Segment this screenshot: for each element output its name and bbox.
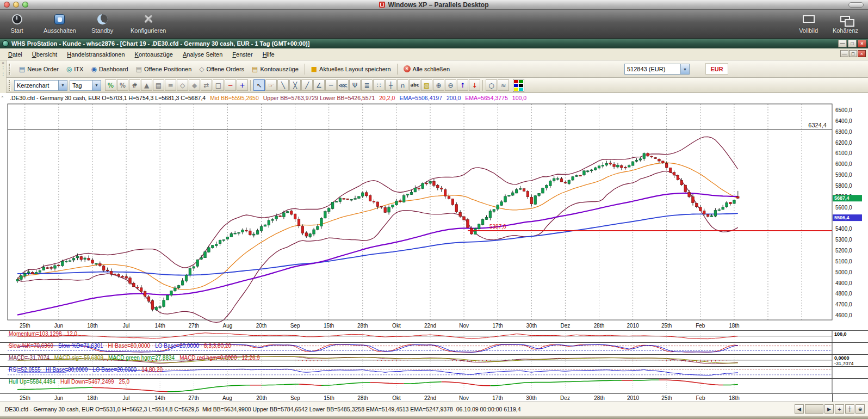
layout-speichern-button[interactable]: ■Aktuelles Layout speichern xyxy=(307,64,395,74)
palette-color-swatch[interactable] xyxy=(519,84,523,87)
account-select[interactable]: 512843 (EUR) ▼ xyxy=(624,64,690,75)
neue-order-button[interactable]: ▤Neue Order xyxy=(15,64,63,74)
period-select[interactable]: Tag ▼ xyxy=(70,80,101,91)
y-axis-label: 6000,0 xyxy=(835,161,852,167)
start-button[interactable]: Start xyxy=(9,12,25,34)
palette-color-swatch[interactable] xyxy=(514,80,518,83)
snapshot-icon[interactable]: ▲ xyxy=(141,79,152,91)
palette-color-swatch[interactable] xyxy=(514,88,518,91)
chevron-down-icon[interactable]: ▼ xyxy=(680,64,689,74)
kohaerenz-button[interactable]: Kohärenz xyxy=(833,12,858,34)
pointer-icon[interactable]: ↖ xyxy=(253,79,265,91)
pitchfork-icon[interactable]: Ψ xyxy=(349,79,361,91)
ausschalten-button[interactable]: Ausschalten xyxy=(44,12,76,34)
scroll-thumb[interactable] xyxy=(805,404,823,414)
menu-handelstransaktionen[interactable]: Handelstransaktionen xyxy=(62,50,129,59)
restore-button[interactable]: □ xyxy=(848,40,857,47)
menu-hilfe[interactable]: Hilfe xyxy=(258,50,280,59)
offene-orders-button[interactable]: ◇Offene Orders xyxy=(195,64,248,74)
chart-pane-close-icon[interactable]: × xyxy=(1,94,4,99)
app-icon xyxy=(2,40,9,47)
toolbar-grip[interactable] xyxy=(9,64,11,75)
mdi-minimize-button[interactable]: — xyxy=(840,50,848,57)
momentum-plot[interactable] xyxy=(0,331,868,342)
stoch-legend-segment: 8,3,3,80,20 xyxy=(204,343,231,349)
rsi-legend-segment: HI Base=80,0000 xyxy=(46,367,88,373)
chart-type-select[interactable]: Kerzenchart ▼ xyxy=(14,80,67,91)
itx-button[interactable]: ◎ITX xyxy=(63,64,88,74)
hull-legend-segment: 25,0 xyxy=(119,379,129,385)
palette-color-swatch[interactable] xyxy=(519,80,523,83)
ellipse-icon[interactable]: ○ xyxy=(486,79,497,91)
palette-color-swatch[interactable] xyxy=(514,84,518,87)
chart-canvas[interactable]: 6324,45387,625thJun18thJul14th27thAug20t… xyxy=(0,93,868,330)
mdi-close-button[interactable]: × xyxy=(858,50,866,57)
x-axis-label: Jun xyxy=(47,395,71,401)
chevron-down-icon[interactable]: ▼ xyxy=(92,81,101,90)
chart-legend-segment: 20,2,0 xyxy=(379,95,395,101)
hand-icon[interactable]: ☞ xyxy=(265,79,277,91)
scroll-left-button[interactable]: ◀ xyxy=(795,404,804,414)
arrow-up-icon[interactable]: ↑ xyxy=(457,79,468,91)
crossline-icon[interactable]: ╳ xyxy=(289,79,301,91)
mdi-restore-button[interactable]: □ xyxy=(849,50,857,57)
arrow-down-icon[interactable]: ↓ xyxy=(469,79,480,91)
menu-datei[interactable]: Datei xyxy=(3,50,27,59)
chevron-down-icon[interactable]: ▼ xyxy=(58,81,67,90)
crosshair-icon[interactable]: ┼ xyxy=(385,79,396,91)
zoom-out-icon[interactable]: ⊖ xyxy=(445,79,456,91)
trendline-icon[interactable]: ╲ xyxy=(277,79,289,91)
zoom-mode-button[interactable]: ⊕ xyxy=(855,404,865,414)
grid-icon[interactable]: # xyxy=(129,79,140,91)
wave-icon[interactable]: ≈ xyxy=(498,79,509,91)
chart-toolbar-grip[interactable] xyxy=(9,80,11,91)
x-axis-label: Aug xyxy=(223,323,233,329)
x-axis-label: 20th xyxy=(250,395,274,401)
hline-icon[interactable]: ─ xyxy=(325,79,337,91)
highlighter-icon[interactable]: ▧ xyxy=(421,79,432,91)
zoom-in-button[interactable]: + xyxy=(835,404,844,414)
layout-window-icon[interactable]: □ xyxy=(213,79,224,91)
dotted-grid-icon[interactable]: ∷ xyxy=(373,79,385,91)
kontoauszuege-button[interactable]: ▤Kontoauszüge xyxy=(248,64,302,74)
toolbar-toggle-button[interactable] xyxy=(848,2,864,8)
remove-pane-icon[interactable]: − xyxy=(225,79,236,91)
zoom-in-icon[interactable]: ⊕ xyxy=(433,79,444,91)
menu--bersicht[interactable]: Übersicht xyxy=(27,50,62,59)
high-line-label: 6324,4 xyxy=(808,122,827,128)
indicator-list-icon[interactable]: ≡ xyxy=(165,79,176,91)
tag-icon[interactable]: ◇ xyxy=(177,79,188,91)
alle-schliessen-button[interactable]: ×Alle schließen xyxy=(400,64,454,74)
eraser-icon[interactable]: ◆ xyxy=(189,79,200,91)
menu-kontoausz-ge[interactable]: Kontoauszüge xyxy=(130,50,178,59)
window-bottom-edge xyxy=(0,416,868,419)
angle-icon[interactable]: ∠ xyxy=(313,79,325,91)
fan-lines-icon[interactable]: ⋘ xyxy=(337,79,349,91)
menu-fenster[interactable]: Fenster xyxy=(227,50,257,59)
offene-positionen-button[interactable]: ▤Offene Positionen xyxy=(132,64,196,74)
x-axis-label: 28th xyxy=(357,323,368,329)
vollbild-button[interactable]: Vollbild xyxy=(799,12,818,34)
dashboard-button[interactable]: ◉Dashboard xyxy=(87,64,132,74)
fibonacci-icon[interactable]: ≣ xyxy=(361,79,373,91)
text-tool-icon[interactable]: abc xyxy=(409,79,420,91)
palette-color-swatch[interactable] xyxy=(519,88,523,91)
parallels-icon xyxy=(379,2,385,8)
price-tag-label: 5506,4 xyxy=(834,215,850,220)
standby-button[interactable]: Standby xyxy=(91,12,113,34)
clipboard-icon[interactable]: ▤ xyxy=(153,79,164,91)
scroll-right-button[interactable]: ▶ xyxy=(824,404,834,414)
percent-up-icon[interactable]: % xyxy=(105,79,116,91)
color-palette[interactable] xyxy=(513,79,524,92)
minimize-button[interactable]: — xyxy=(838,40,847,47)
menu-analyse-seiten[interactable]: Analyse Seiten xyxy=(178,50,227,59)
konfigurieren-button[interactable]: Konfigurieren xyxy=(131,12,166,34)
close-button[interactable]: × xyxy=(858,40,866,47)
app-titlebar[interactable]: WHS ProStation - Kunde - whsc2876 - [Cha… xyxy=(0,39,868,48)
percent-down-icon[interactable]: % xyxy=(117,79,128,91)
compare-icon[interactable]: ⇄ xyxy=(201,79,212,91)
ray-icon[interactable]: ╱ xyxy=(301,79,313,91)
add-pane-icon[interactable]: + xyxy=(237,79,248,91)
crosshair-button[interactable]: ┼ xyxy=(845,404,854,414)
arc-icon[interactable]: ∩ xyxy=(397,79,408,91)
